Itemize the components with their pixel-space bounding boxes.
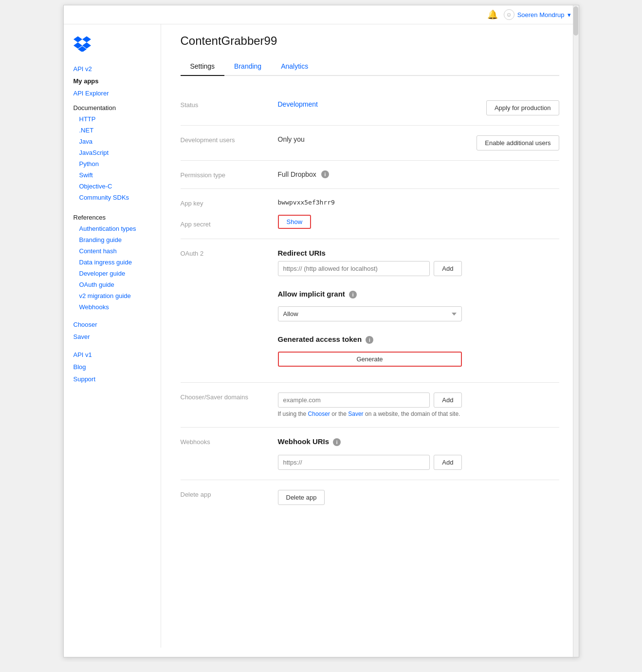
avatar: ☺ xyxy=(504,9,514,20)
username-label: Soeren Mondrup xyxy=(517,11,565,19)
chooser-helper-pre: If using the xyxy=(278,411,308,417)
webhooks-content: Webhook URIs i Add xyxy=(278,437,462,470)
dev-users-action: Enable additional users xyxy=(472,135,559,150)
allow-implicit-title: Allow implicit grant i xyxy=(278,290,462,299)
chooser-saver-row: Chooser/Saver domains Add If using the C… xyxy=(181,383,559,428)
sidebar-item-branding-guide[interactable]: Branding guide xyxy=(64,234,161,245)
permission-value-row: Full Dropbox i xyxy=(278,170,462,178)
app-key-label-text: App key xyxy=(181,200,268,207)
delete-label: Delete app xyxy=(181,490,268,498)
sidebar-item-saver[interactable]: Saver xyxy=(64,331,161,343)
chooser-domain-input[interactable] xyxy=(278,392,430,408)
redirect-uris-title: Redirect URIs xyxy=(278,249,462,257)
delete-app-row: Delete app Delete app xyxy=(181,480,559,515)
sidebar-item-api-v1[interactable]: API v1 xyxy=(64,349,161,361)
page-title: ContentGrabber99 xyxy=(181,34,559,48)
allow-implicit-title-text: Allow implicit grant xyxy=(278,290,345,298)
webhook-section: Webhook URIs i Add xyxy=(278,437,462,470)
app-key-label: App key App secret xyxy=(181,199,268,228)
sidebar-item-auth-types[interactable]: Authentication types xyxy=(64,223,161,234)
show-secret-row: Show xyxy=(278,215,462,229)
generated-token-info-icon[interactable]: i xyxy=(366,336,373,344)
dev-users-value: Only you xyxy=(278,135,305,143)
allow-implicit-section: Allow implicit grant i Allow Disallow xyxy=(278,290,462,321)
tab-settings[interactable]: Settings xyxy=(181,57,225,76)
sidebar-item-my-apps[interactable]: My apps xyxy=(64,75,161,87)
delete-content: Delete app xyxy=(278,490,462,505)
apply-for-production-button[interactable]: Apply for production xyxy=(486,100,559,115)
sidebar-item-python[interactable]: Python xyxy=(64,158,161,169)
status-action: Apply for production xyxy=(472,100,559,115)
permission-value: Full Dropbox xyxy=(278,170,316,178)
scrollbar-track xyxy=(573,5,579,657)
sidebar-section-documentation: Documentation xyxy=(64,99,161,113)
permission-content: Full Dropbox i xyxy=(278,170,462,178)
sidebar-item-java[interactable]: Java xyxy=(64,136,161,147)
redirect-uris-section: Redirect URIs Add xyxy=(278,249,462,276)
webhook-uris-title: Webhook URIs i xyxy=(278,437,462,446)
sidebar-item-webhooks[interactable]: Webhooks xyxy=(64,301,161,313)
redirect-uri-input[interactable] xyxy=(278,261,430,276)
sidebar-item-objective-c[interactable]: Objective-C xyxy=(64,181,161,192)
generate-button[interactable]: Generate xyxy=(278,352,462,367)
sidebar-item-dotnet[interactable]: .NET xyxy=(64,125,161,136)
webhooks-label: Webhooks xyxy=(181,437,268,446)
chevron-down-icon: ▾ xyxy=(568,11,571,19)
redirect-uris-input-row: Add xyxy=(278,261,462,276)
webhook-uri-input[interactable] xyxy=(278,455,430,470)
user-menu[interactable]: ☺ Soeren Mondrup ▾ xyxy=(504,9,571,20)
chooser-helper-text: If using the Chooser or the Saver on a w… xyxy=(278,411,462,417)
status-label: Status xyxy=(181,100,268,109)
saver-link[interactable]: Saver xyxy=(348,411,363,417)
app-secret-label: App secret xyxy=(181,221,268,228)
allow-implicit-info-icon[interactable]: i xyxy=(349,291,357,299)
sidebar-item-oauth-guide[interactable]: OAuth guide xyxy=(64,279,161,290)
dev-users-row: Development users Only you Enable additi… xyxy=(181,126,559,161)
logo-container xyxy=(64,34,161,63)
sidebar-item-content-hash[interactable]: Content hash xyxy=(64,245,161,257)
dev-users-content: Only you xyxy=(278,135,462,143)
enable-additional-users-button[interactable]: Enable additional users xyxy=(477,135,559,150)
show-secret-button[interactable]: Show xyxy=(278,215,312,229)
chooser-input-row: Add xyxy=(278,392,462,408)
app-credentials-content: bwwpvxx5ef3hrr9 Show xyxy=(278,199,462,229)
sidebar-item-javascript[interactable]: JavaScript xyxy=(64,147,161,158)
status-value[interactable]: Development xyxy=(278,100,318,108)
scrollbar-thumb[interactable] xyxy=(573,6,578,36)
notification-bell-icon[interactable]: 🔔 xyxy=(487,9,498,20)
main-content: ContentGrabber99 Settings Branding Analy… xyxy=(161,24,579,648)
chooser-add-button[interactable]: Add xyxy=(434,392,461,408)
status-content: Development xyxy=(278,100,462,108)
app-credentials-row: App key App secret bwwpvxx5ef3hrr9 Show xyxy=(181,189,559,239)
allow-implicit-select[interactable]: Allow Disallow xyxy=(278,306,462,321)
tab-branding[interactable]: Branding xyxy=(224,57,271,76)
sidebar-item-api-v2[interactable]: API v2 xyxy=(64,63,161,75)
sidebar-item-swift[interactable]: Swift xyxy=(64,169,161,181)
webhook-info-icon[interactable]: i xyxy=(333,438,341,446)
permission-label: Permission type xyxy=(181,170,268,179)
tab-analytics[interactable]: Analytics xyxy=(271,57,318,76)
sidebar-item-v2-migration[interactable]: v2 migration guide xyxy=(64,290,161,301)
top-bar: 🔔 ☺ Soeren Mondrup ▾ xyxy=(64,5,579,24)
chooser-link[interactable]: Chooser xyxy=(308,411,330,417)
sidebar-item-support[interactable]: Support xyxy=(64,373,161,385)
sidebar: API v2 My apps API Explorer Documentatio… xyxy=(64,24,161,648)
chooser-helper-mid: or the xyxy=(330,411,348,417)
dev-users-label: Development users xyxy=(181,135,268,144)
chooser-saver-label: Chooser/Saver domains xyxy=(181,392,268,401)
sidebar-item-data-ingress[interactable]: Data ingress guide xyxy=(64,257,161,268)
sidebar-item-community-sdks[interactable]: Community SDKs xyxy=(64,192,161,203)
sidebar-item-http[interactable]: HTTP xyxy=(64,113,161,125)
redirect-add-button[interactable]: Add xyxy=(434,261,461,276)
sidebar-item-developer-guide[interactable]: Developer guide xyxy=(64,268,161,279)
sidebar-item-blog[interactable]: Blog xyxy=(64,361,161,373)
app-key-value: bwwpvxx5ef3hrr9 xyxy=(278,199,462,206)
webhook-add-button[interactable]: Add xyxy=(434,455,461,470)
permission-info-icon[interactable]: i xyxy=(321,170,329,178)
status-row: Status Development Apply for production xyxy=(181,91,559,126)
delete-app-button[interactable]: Delete app xyxy=(278,490,325,505)
oauth2-section: Redirect URIs Add Allow implicit grant i xyxy=(278,249,462,373)
sidebar-item-api-explorer[interactable]: API Explorer xyxy=(64,87,161,99)
generated-token-title: Generated access token i xyxy=(278,335,462,344)
sidebar-item-chooser[interactable]: Chooser xyxy=(64,318,161,331)
